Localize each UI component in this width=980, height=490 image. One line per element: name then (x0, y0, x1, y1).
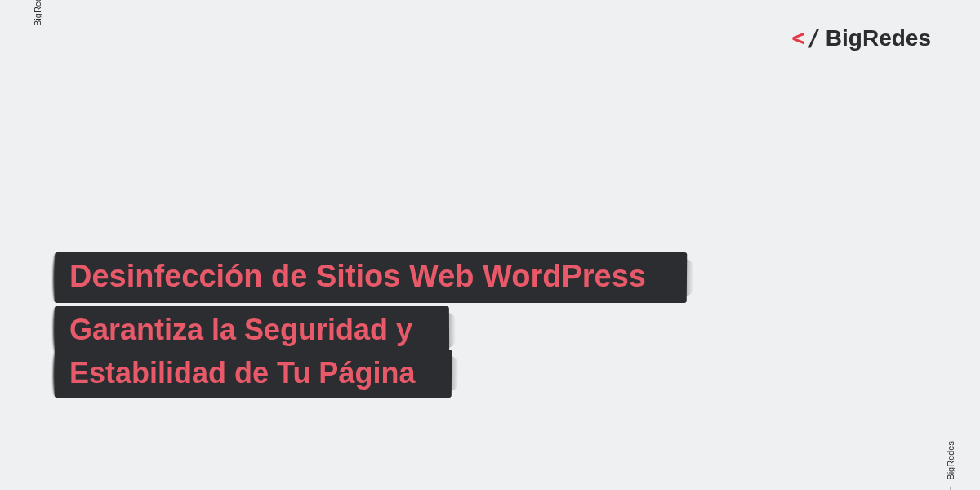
brand-mark-right: BigRedes (946, 441, 956, 490)
brand-label-left: BigRedes (33, 0, 42, 26)
title-row: Desinfección de Sitios Web WordPress (69, 257, 646, 296)
logo-text: BigRedes (826, 25, 931, 51)
page-title: Desinfección de Sitios Web WordPress (69, 257, 646, 296)
decorative-line-icon (38, 33, 38, 49)
decorative-line-icon (951, 487, 951, 490)
logo-bracket-icon: < (791, 24, 805, 51)
subtitle-row-2: Estabilidad de Tu Página (69, 354, 415, 391)
brand-label-right: BigRedes (946, 441, 956, 480)
brand-logo: < / BigRedes (791, 24, 931, 51)
page-subtitle-line2: Estabilidad de Tu Página (69, 354, 415, 391)
brand-mark-left: BigRedes (33, 0, 42, 49)
headings-block: Desinfección de Sitios Web WordPress Gar… (69, 257, 646, 406)
page-subtitle-line1: Garantiza la Seguridad y (69, 311, 412, 348)
subtitle-row-1: Garantiza la Seguridad y (69, 311, 412, 348)
logo-slash-icon: / (807, 24, 821, 51)
